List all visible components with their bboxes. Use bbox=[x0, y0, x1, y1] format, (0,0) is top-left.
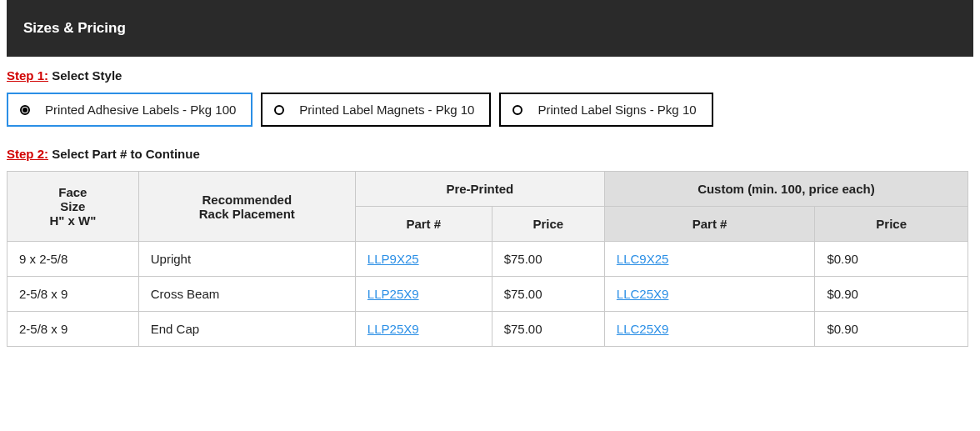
step1-text: Select Style bbox=[52, 68, 122, 83]
cell-pre-part: LLP25X9 bbox=[355, 312, 492, 347]
col-preprinted-group: Pre-Printed bbox=[355, 172, 604, 207]
cell-pre-part: LLP9X25 bbox=[355, 242, 492, 277]
th-text: Size bbox=[60, 199, 85, 213]
cell-cust-price: $0.90 bbox=[815, 242, 968, 277]
cell-face-size: 2-5/8 x 9 bbox=[8, 277, 139, 312]
style-option-signs[interactable]: Printed Label Signs - Pkg 10 bbox=[499, 93, 712, 127]
pricing-table: Face Size H" x W" Recommended Rack Place… bbox=[7, 171, 968, 347]
cell-placement: End Cap bbox=[138, 312, 355, 347]
th-text: H" x W" bbox=[49, 213, 96, 228]
th-text: Rack Placement bbox=[199, 207, 295, 221]
part-link[interactable]: LLC9X25 bbox=[617, 252, 669, 266]
cell-pre-price: $75.00 bbox=[492, 312, 604, 347]
col-pre-part: Part # bbox=[355, 207, 492, 242]
table-row: 9 x 2-5/8 Upright LLP9X25 $75.00 LLC9X25… bbox=[8, 242, 968, 277]
cell-cust-part: LLC9X25 bbox=[604, 242, 815, 277]
cell-pre-part: LLP25X9 bbox=[355, 277, 492, 312]
col-cust-part: Part # bbox=[604, 207, 815, 242]
cell-placement: Upright bbox=[138, 242, 355, 277]
style-option-label: Printed Label Signs - Pkg 10 bbox=[538, 103, 696, 117]
step1-heading: Step 1: Select Style bbox=[7, 68, 973, 83]
section-title: Sizes & Pricing bbox=[23, 20, 126, 36]
section-header: Sizes & Pricing bbox=[7, 0, 973, 57]
cell-cust-part: LLC25X9 bbox=[604, 312, 815, 347]
col-pre-price: Price bbox=[492, 207, 604, 242]
radio-icon bbox=[20, 105, 30, 115]
step2-text: Select Part # to Continue bbox=[52, 147, 200, 161]
style-option-label: Printed Label Magnets - Pkg 10 bbox=[299, 103, 474, 117]
cell-cust-price: $0.90 bbox=[815, 277, 968, 312]
style-option-magnets[interactable]: Printed Label Magnets - Pkg 10 bbox=[261, 93, 491, 127]
col-placement: Recommended Rack Placement bbox=[138, 172, 355, 242]
cell-cust-price: $0.90 bbox=[815, 312, 968, 347]
part-link[interactable]: LLC25X9 bbox=[617, 322, 669, 336]
table-row: 2-5/8 x 9 Cross Beam LLP25X9 $75.00 LLC2… bbox=[8, 277, 968, 312]
col-custom-group: Custom (min. 100, price each) bbox=[604, 172, 968, 207]
radio-icon bbox=[512, 105, 522, 115]
cell-pre-price: $75.00 bbox=[492, 242, 604, 277]
table-row: 2-5/8 x 9 End Cap LLP25X9 $75.00 LLC25X9… bbox=[8, 312, 968, 347]
part-link[interactable]: LLC25X9 bbox=[617, 287, 669, 301]
cell-face-size: 2-5/8 x 9 bbox=[8, 312, 139, 347]
part-link[interactable]: LLP25X9 bbox=[368, 322, 419, 336]
cell-pre-price: $75.00 bbox=[492, 277, 604, 312]
col-cust-price: Price bbox=[815, 207, 968, 242]
style-options-row: Printed Adhesive Labels - Pkg 100 Printe… bbox=[7, 93, 973, 127]
th-text: Recommended bbox=[202, 193, 292, 207]
part-link[interactable]: LLP9X25 bbox=[368, 252, 419, 266]
cell-placement: Cross Beam bbox=[138, 277, 355, 312]
step2-heading: Step 2: Select Part # to Continue bbox=[7, 147, 973, 161]
cell-face-size: 9 x 2-5/8 bbox=[8, 242, 139, 277]
style-option-adhesive[interactable]: Printed Adhesive Labels - Pkg 100 bbox=[7, 93, 252, 127]
step2-label: Step 2: bbox=[7, 147, 48, 161]
col-face-size: Face Size H" x W" bbox=[8, 172, 139, 242]
radio-icon bbox=[274, 105, 284, 115]
th-text: Face bbox=[58, 185, 87, 199]
cell-cust-part: LLC25X9 bbox=[604, 277, 815, 312]
style-option-label: Printed Adhesive Labels - Pkg 100 bbox=[45, 103, 236, 117]
step1-label: Step 1: bbox=[7, 68, 48, 83]
part-link[interactable]: LLP25X9 bbox=[368, 287, 419, 301]
